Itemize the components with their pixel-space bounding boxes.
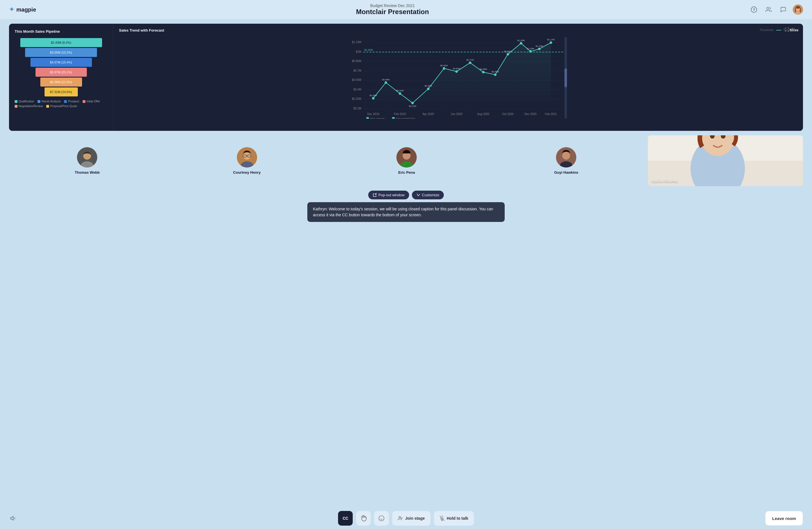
svg-text:$1.03M: $1.03M — [527, 47, 534, 50]
chart-panel: Sales Trend with Forecast Threshold: Tar… — [113, 24, 803, 131]
customize-button[interactable]: Customize — [412, 191, 444, 199]
svg-marker-97 — [11, 516, 13, 520]
legend-proposal: Proposal/Price Quote — [46, 105, 77, 108]
svg-point-40 — [550, 41, 552, 44]
svg-text:Dec 2019: Dec 2019 — [367, 113, 379, 116]
svg-text:$0.12M: $0.12M — [409, 105, 416, 108]
svg-rect-64 — [366, 117, 369, 119]
help-button[interactable]: ? — [749, 4, 759, 15]
participant-courtney: Courtney Henry — [169, 135, 325, 186]
svg-text:Won Amount: Won Amount — [370, 117, 385, 119]
svg-text:$0.7M: $0.7M — [353, 69, 361, 72]
legend-qualification: Qualification — [15, 100, 34, 103]
svg-text:$0.25M: $0.25M — [352, 97, 361, 100]
funnel-bar-5: $6.38M (21.5%) — [40, 77, 82, 87]
svg-point-39 — [538, 48, 540, 50]
svg-text:$0.65M: $0.65M — [480, 68, 487, 71]
join-stage-button[interactable]: Join stage — [392, 511, 430, 526]
caption-area: Pop-out window Customize Kathryn: Welcom… — [9, 191, 803, 222]
svg-point-35 — [494, 73, 496, 76]
cc-button[interactable]: CC — [338, 511, 353, 526]
caption-buttons: Pop-out window Customize — [368, 191, 444, 199]
participant-guyi: Guyi Hawkins — [488, 135, 644, 186]
svg-point-36 — [507, 53, 509, 56]
chat-button[interactable] — [778, 4, 788, 15]
svg-text:$0.35M: $0.35M — [425, 85, 432, 87]
name-alysha: Alysha Sharma — [651, 179, 678, 183]
funnel-chart: $2.43M (8.2%) $3.05M (10.3%) $4.57M (15.… — [15, 38, 107, 97]
svg-text:$0.28M: $0.28M — [369, 94, 377, 97]
app-logo: ✦ magpie — [9, 6, 36, 13]
svg-text:Feb 2021: Feb 2021 — [545, 113, 557, 116]
name-guyi: Guyi Hawkins — [554, 170, 578, 174]
svg-text:$0.49M: $0.49M — [382, 78, 389, 81]
svg-text:$0.58M: $0.58M — [492, 71, 499, 73]
toolbar: CC Join stage — [0, 507, 812, 529]
funnel-bar-6: $7.31M (24.6%) — [45, 87, 78, 97]
svg-text:$1.17M: $1.17M — [547, 38, 555, 41]
legend-needs-analysis: Needs Analysis — [38, 100, 61, 103]
svg-marker-25 — [373, 43, 551, 109]
svg-text:$0.85M: $0.85M — [352, 59, 361, 62]
svg-text:$0.65M: $0.65M — [453, 67, 460, 70]
svg-text:$0.77M: $0.77M — [466, 59, 474, 61]
legend-prospect: Prospect — [64, 100, 79, 103]
chart-bar-icon[interactable] — [791, 28, 795, 32]
chart-expand-icon[interactable] — [785, 28, 789, 32]
chart-title: Sales Trend with Forecast — [119, 28, 164, 32]
svg-point-37 — [520, 42, 522, 45]
name-eric: Eric Pena — [398, 170, 415, 174]
svg-point-38 — [529, 50, 532, 53]
main-content: This Month Sales Pipeline $2.43M (8.2%) … — [0, 19, 812, 507]
volume-button[interactable] — [9, 514, 18, 523]
funnel-panel: This Month Sales Pipeline $2.43M (8.2%) … — [9, 24, 113, 131]
svg-rect-71 — [792, 28, 793, 31]
user-avatar[interactable] — [793, 4, 803, 15]
funnel-bar-3: $4.57M (15.4%) — [30, 58, 92, 67]
svg-point-31 — [443, 67, 445, 70]
svg-text:$1.20M: $1.20M — [517, 39, 525, 42]
leave-room-button[interactable]: Leave room — [765, 511, 803, 526]
hold-to-talk-button[interactable]: Hold to talk — [434, 511, 474, 526]
emoji-button[interactable] — [374, 511, 389, 526]
funnel-bar-1: $2.43M (8.2%) — [20, 38, 102, 47]
svg-point-28 — [399, 92, 401, 95]
funnel-bar-4: $5.97M (20.1%) — [35, 68, 87, 77]
svg-text:?: ? — [753, 8, 755, 12]
popout-button[interactable]: Pop-out window — [368, 191, 409, 199]
svg-point-6 — [796, 6, 800, 9]
avatar-eric — [396, 147, 417, 168]
header-title-area: Budget Review Dec 2021 Montclair Present… — [356, 3, 429, 16]
raise-hand-button[interactable] — [356, 511, 371, 526]
svg-text:$1.10M: $1.10M — [536, 45, 543, 47]
funnel-title: This Month Sales Pipeline — [15, 29, 107, 33]
svg-text:Jun 2020: Jun 2020 — [451, 113, 463, 116]
svg-text:$0.62M: $0.62M — [440, 64, 448, 67]
toolbar-left — [9, 514, 18, 523]
svg-point-33 — [469, 61, 472, 64]
svg-rect-69 — [564, 69, 567, 87]
sales-chart: $1.15M $1M $0.85M $0.7M $0.55M $0.4M $0.… — [119, 37, 797, 119]
participants-button[interactable] — [764, 4, 774, 15]
legend-initial-offer: Initial Offer — [83, 100, 100, 103]
participant-eric: Eric Pena — [329, 135, 485, 186]
participant-thomas: Thomas Webb — [9, 135, 165, 186]
svg-point-34 — [482, 71, 485, 73]
svg-text:Forecasted Sales: Forecasted Sales — [396, 117, 416, 119]
logo-icon: ✦ — [9, 6, 14, 13]
svg-rect-66 — [392, 117, 395, 119]
svg-text:$1.00M: $1.00M — [365, 48, 373, 51]
svg-rect-72 — [793, 30, 794, 31]
app-name: magpie — [16, 6, 36, 13]
svg-point-101 — [399, 516, 401, 518]
svg-rect-70 — [791, 29, 792, 31]
svg-text:Aug 2020: Aug 2020 — [477, 113, 490, 116]
svg-text:Feb 2020: Feb 2020 — [394, 113, 406, 116]
header-main-title: Montclair Presentation — [356, 8, 429, 16]
toolbar-right: Leave room — [765, 511, 803, 526]
svg-text:$1M: $1M — [356, 50, 361, 53]
header-subtitle: Budget Review Dec 2021 — [356, 3, 429, 8]
svg-point-27 — [385, 81, 387, 84]
svg-point-86 — [562, 152, 570, 160]
avatar-courtney — [237, 147, 257, 168]
